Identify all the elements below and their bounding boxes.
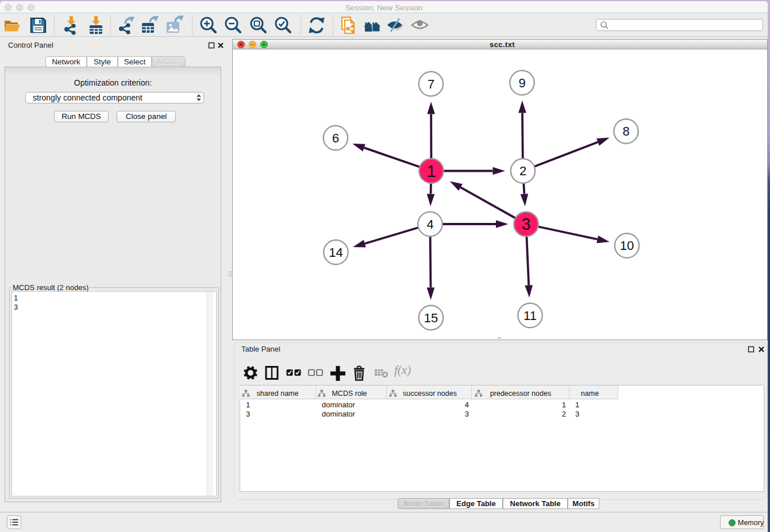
svg-text:2: 2 bbox=[519, 164, 526, 178]
svg-text:9: 9 bbox=[518, 76, 525, 90]
svg-text:7: 7 bbox=[428, 77, 434, 91]
svg-text:10: 10 bbox=[620, 238, 634, 253]
svg-text:14: 14 bbox=[329, 245, 342, 260]
svg-text:11: 11 bbox=[523, 309, 537, 323]
svg-text:4: 4 bbox=[426, 217, 433, 232]
svg-text:15: 15 bbox=[424, 311, 438, 325]
svg-text:3: 3 bbox=[521, 215, 530, 233]
svg-text:8: 8 bbox=[622, 124, 629, 138]
svg-text:1: 1 bbox=[426, 162, 436, 180]
svg-text:6: 6 bbox=[332, 131, 339, 145]
